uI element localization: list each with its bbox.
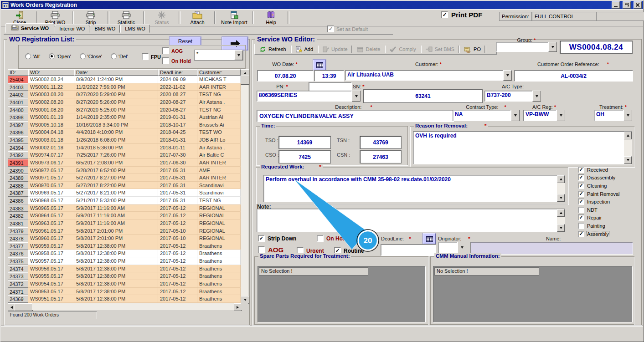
radio-icon[interactable] [49,53,55,59]
toolbar-button-strip[interactable]: Strip [75,10,107,25]
cmm-list[interactable]: No Selection ! [433,266,633,322]
table-row[interactable]: 24390WS0972.05.175/28/2017 6:52:00 PM201… [8,167,241,174]
table-row[interactable]: 24379WS0961.05.175/8/2017 2:01:00 PM2017… [8,227,241,235]
table-row[interactable]: 24371WS0953.05.175/8/2017 12:38:00 PM201… [8,288,241,296]
radio-icon[interactable] [111,53,117,59]
tab-lms-wo[interactable]: LMS WO [120,25,150,33]
pn-extra-field[interactable] [309,82,352,92]
tab-bms-wo[interactable]: BMS WO [90,25,120,33]
list-search-value[interactable]: * [195,50,234,60]
table-row[interactable]: 24398WS0001.01.191/14/2019 2:35:00 PM201… [8,113,241,121]
note-text[interactable] [257,209,557,232]
requested-work-textarea[interactable]: Perform overhaul in accordance with CMM … [263,175,565,202]
filter-radio-open[interactable]: 'Open' [49,53,71,59]
csn-field[interactable]: 27463 [360,150,402,163]
print-pdf-option[interactable]: Print PDF [441,11,482,19]
wo-date-field[interactable]: 07.08.20 [257,70,314,82]
horizontal-scrollbar[interactable] [32,303,234,310]
dropdown-arrow-icon[interactable] [556,110,565,121]
toolbar-button-note-import[interactable]: Note Import [217,10,251,25]
dropdown-arrow-icon[interactable] [511,110,520,121]
column-header-date[interactable]: Date: [74,69,158,76]
editor-button-refresh[interactable]: Refresh [256,45,289,53]
column-header-wo[interactable]: WO: [28,69,74,76]
requested-work-text[interactable]: Perform overhaul in accordance with CMM … [264,175,557,202]
table-row[interactable]: 24401WS0002.08.208/27/2020 5:26:00 PM202… [8,98,241,106]
treatment-step-cleaning[interactable]: Cleaning [578,182,620,190]
treatment-step-repair[interactable]: Repair [578,214,620,222]
column-header-id[interactable]: ID: [8,69,28,76]
column-header-customer[interactable]: Customer: [197,69,241,76]
treatment-step-ndt[interactable]: NDT [578,206,620,214]
scroll-down-button[interactable] [624,156,632,164]
treatment-step-disassembly[interactable]: Disassembly [578,174,620,182]
minimize-button[interactable] [612,1,620,9]
treatment-step-paint-removal[interactable]: Paint Removal [578,190,620,198]
pn-combo[interactable]: 806369SERIES [257,91,361,102]
filter-fpu[interactable]: FPU [142,53,161,60]
treatment-step-assembly[interactable]: Assembly [578,230,620,238]
dropdown-arrow-icon[interactable] [623,110,632,121]
editor-button-po[interactable]: PO [460,45,484,53]
table-row[interactable]: 24373WS0955.05.175/8/2017 12:38:00 PM201… [8,272,241,280]
ac-reg-value[interactable]: VP-BWW [523,110,556,121]
vertical-scrollbar[interactable] [241,76,248,296]
scrollbar[interactable] [557,209,565,232]
spare-parts-list[interactable]: No Selection ! [258,266,426,322]
scroll-up-button[interactable] [557,175,565,183]
fpu-checkbox[interactable] [142,53,149,60]
table-row[interactable]: 24369WS0951.05.175/8/2017 12:38:00 PM201… [8,295,241,303]
reason-textarea[interactable]: OVH is required [413,131,632,164]
treatment-step-inspection[interactable]: Inspection [578,198,620,206]
strip-down-checkbox[interactable] [258,235,265,242]
table-row[interactable]: 24387WS0969.05.175/27/2017 8:21:00 PM201… [8,189,241,197]
ac-type-combo[interactable]: B737-200 [484,91,541,102]
treatment-combo[interactable]: OH [594,110,632,121]
sn-field[interactable]: 63241 [363,89,483,103]
checkbox-icon[interactable] [578,174,584,181]
dropdown-arrow-icon[interactable] [458,242,466,253]
table-row[interactable]: 24397WS0005.10.1810/16/2018 3:34:00 PM20… [8,121,241,129]
deadline-field[interactable] [381,244,436,256]
wo-time-field[interactable]: 13:39 [314,70,344,82]
contract-type-combo[interactable]: NA [453,110,520,121]
contract-type-value[interactable]: NA [453,110,511,121]
originator-combo[interactable] [438,242,466,253]
hscrollbar-thumb[interactable] [15,303,33,311]
toolbar-button-statistic[interactable]: Statistic [110,10,142,25]
filter-radio-all[interactable]: 'All' [25,53,40,59]
close-window-button[interactable] [634,1,642,9]
checkbox-icon[interactable] [578,191,584,197]
table-row[interactable]: 24376WS0958.05.175/8/2017 12:38:00 PM201… [8,250,241,257]
table-row[interactable]: 24383WS0965.05.175/9/2017 11:16:00 AM201… [8,204,241,212]
treatment-step-received[interactable]: Received [578,166,620,174]
checkbox-icon[interactable] [578,167,584,173]
maximize-button[interactable] [623,1,631,9]
scroll-up-button[interactable] [557,209,565,217]
tab-service-wo[interactable]: Service WO [5,23,54,33]
customer-value[interactable]: Air Lituanica UAB [345,70,503,81]
table-row[interactable]: 24372WS0954.05.175/8/2017 12:38:00 PM201… [8,280,241,288]
scroll-down-button[interactable] [557,194,565,202]
tab-interior-wo[interactable]: Interior WO [55,25,89,33]
on-hold-checkbox[interactable] [317,235,324,242]
print-pdf-checkbox[interactable] [441,11,448,18]
reason-text[interactable]: OVH is required [413,132,624,164]
customer-order-reference-field[interactable]: AL-0034/2 [514,70,633,82]
reset-button[interactable]: Reset [170,37,201,46]
treatment-value[interactable]: OH [594,110,623,121]
name-field[interactable] [470,242,633,255]
table-row[interactable]: 24375WS0957.05.175/8/2017 12:38:00 PM201… [8,257,241,265]
radio-icon[interactable] [25,53,31,59]
wo-date-calendar-button[interactable] [313,60,326,70]
table-row[interactable]: 24395WS0003.01.181/26/2018 6:08:00 PM201… [8,136,241,144]
dropdown-arrow-icon[interactable] [234,50,243,60]
column-header-deadline[interactable]: DeadLine: [158,69,197,76]
table-row[interactable]: 24391WS0973.06.176/5/2017 2:08:00 PM2017… [8,159,241,167]
ac-reg-combo[interactable]: VP-BWW [523,110,565,121]
checkbox-icon[interactable] [578,214,584,221]
tsn-field[interactable]: 43769 [360,136,402,149]
dropdown-arrow-icon[interactable] [503,70,512,81]
customer-combo[interactable]: Air Lituanica UAB [345,70,512,81]
table-row[interactable]: 24400WS0001.08.208/27/2020 5:25:00 PM202… [8,106,241,114]
